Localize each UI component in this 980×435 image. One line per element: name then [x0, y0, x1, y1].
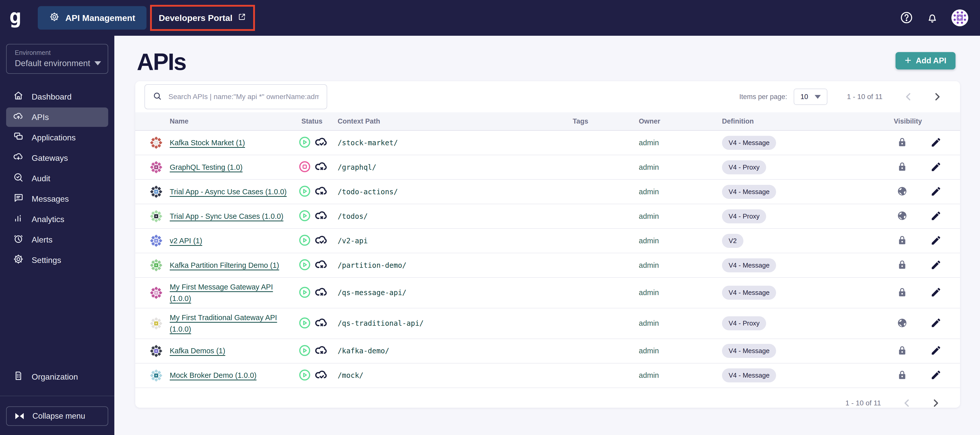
chevron-down-icon	[815, 95, 821, 99]
api-name-cell: Kafka Stock Market (1)	[170, 134, 299, 152]
api-edit-cell	[919, 137, 960, 149]
pagination-range-bottom: 1 - 10 of 11	[845, 399, 881, 407]
api-owner: admin	[636, 261, 719, 269]
sidebar-item-messages[interactable]: Messages	[6, 189, 108, 209]
api-name-link[interactable]: Trial App - Async Use Cases (1.0.0)	[170, 188, 286, 196]
environment-selector[interactable]: Environment Default environment	[6, 44, 108, 74]
chevron-down-icon	[94, 61, 101, 65]
edit-api-button[interactable]	[930, 186, 942, 198]
previous-page-button-bottom[interactable]	[899, 397, 915, 408]
next-page-button[interactable]	[929, 91, 945, 102]
edit-api-button[interactable]	[930, 287, 942, 299]
lock-icon	[897, 287, 907, 299]
api-name-cell: Trial App - Async Use Cases (1.0.0)	[170, 183, 299, 201]
sidebar-item-apis[interactable]: APIs	[6, 107, 108, 127]
sidebar-item-audit[interactable]: Audit	[6, 169, 108, 188]
api-status-cell	[299, 344, 335, 359]
api-name-link[interactable]: Kafka Partition Filtering Demo (1)	[170, 261, 279, 269]
api-visibility	[883, 137, 919, 148]
api-name-cell: GraphQL Testing (1.0)	[170, 158, 299, 177]
status-started-icon	[299, 185, 310, 198]
api-name-cell: Kafka Partition Filtering Demo (1)	[170, 256, 299, 275]
sidebar-item-organization[interactable]: Organization	[6, 367, 108, 387]
page-title: APIs	[137, 48, 186, 75]
items-per-page-select[interactable]: 10	[794, 89, 827, 105]
globe-icon	[897, 210, 907, 222]
sidebar-item-gateways[interactable]: Gateways	[6, 148, 108, 168]
edit-api-button[interactable]	[930, 345, 942, 357]
api-owner: admin	[636, 188, 719, 196]
sidebar-item-dashboard[interactable]: Dashboard	[6, 87, 108, 107]
api-management-button[interactable]: API Management	[38, 6, 146, 30]
api-name-link[interactable]: Mock Broker Demo (1.0.0)	[170, 371, 256, 379]
api-name-link[interactable]: v2 API (1)	[170, 237, 202, 245]
status-started-icon	[299, 136, 310, 149]
api-name-link[interactable]: Kafka Stock Market (1)	[170, 139, 245, 147]
cloud-sync-icon	[315, 135, 328, 150]
api-name-link[interactable]: My First Message Gateway API (1.0.0)	[170, 283, 273, 303]
edit-api-button[interactable]	[930, 137, 942, 149]
sidebar-item-settings[interactable]: Settings	[6, 250, 108, 270]
audit-icon	[13, 172, 24, 185]
api-name-link[interactable]: Kafka Demos (1)	[170, 347, 225, 355]
api-edit-cell	[919, 287, 960, 299]
api-status-cell	[299, 285, 335, 300]
collapse-menu-button[interactable]: Collapse menu	[6, 406, 108, 426]
api-context-path: /qs-traditional-api/	[335, 319, 570, 328]
api-owner: admin	[636, 371, 719, 379]
api-avatar	[150, 137, 170, 149]
search-input[interactable]	[169, 92, 319, 101]
developers-portal-link[interactable]: Developers Portal	[159, 13, 246, 23]
cloud-sync-icon	[315, 368, 328, 383]
previous-page-button[interactable]	[900, 91, 917, 102]
gear-icon	[49, 11, 60, 24]
api-owner: admin	[636, 347, 719, 355]
definition-badge: V4 - Proxy	[722, 316, 766, 330]
api-edit-cell	[919, 259, 960, 272]
api-definition: V4 - Message	[719, 286, 883, 300]
api-status-cell	[299, 160, 335, 175]
table-row: GraphQL Testing (1.0) /graphql/ admin V4…	[135, 155, 960, 180]
sidebar-divider	[0, 396, 115, 396]
add-api-button[interactable]: + Add API	[896, 52, 956, 69]
chevron-right-icon	[932, 91, 943, 102]
api-name-link[interactable]: My First Traditional Gateway API (1.0.0)	[170, 314, 277, 333]
api-context-path: /mock/	[335, 371, 570, 379]
developers-portal-wrap: Developers Portal	[150, 5, 255, 31]
definition-badge: V4 - Message	[722, 286, 776, 300]
api-context-path: /graphql/	[335, 163, 570, 172]
sidebar-item-analytics[interactable]: Analytics	[6, 210, 108, 229]
api-status-cell	[299, 209, 335, 224]
user-avatar[interactable]	[951, 10, 968, 26]
help-button[interactable]	[900, 11, 913, 25]
api-name-link[interactable]: Trial App - Sync Use Cases (1.0.0)	[170, 212, 283, 220]
next-page-button-bottom[interactable]	[928, 397, 944, 408]
items-per-page-value: 10	[800, 93, 808, 101]
api-name-link[interactable]: GraphQL Testing (1.0)	[170, 163, 242, 171]
cloud-out-of-sync-icon	[315, 316, 328, 331]
edit-api-button[interactable]	[930, 210, 942, 223]
table-row: Trial App - Async Use Cases (1.0.0) /tod…	[135, 180, 960, 204]
table-row: My First Traditional Gateway API (1.0.0)…	[135, 308, 960, 339]
sidebar-item-label: Messages	[32, 194, 69, 204]
column-header-context-path: Context Path	[335, 118, 570, 125]
pagination-range: 1 - 10 of 11	[847, 92, 883, 101]
cloud-out-of-sync-icon	[315, 184, 328, 199]
sidebar-item-alerts[interactable]: Alerts	[6, 230, 108, 249]
edit-api-button[interactable]	[930, 259, 942, 272]
table-footer: 1 - 10 of 11	[135, 388, 960, 408]
table-header: NameStatusContext PathTagsOwnerDefinitio…	[135, 112, 960, 131]
notifications-button[interactable]	[926, 11, 939, 25]
sidebar-item-applications[interactable]: Applications	[6, 128, 108, 147]
status-started-icon	[299, 287, 310, 299]
column-header-visibility: Visibility	[883, 118, 919, 125]
api-status-cell	[299, 135, 335, 150]
toolbar-right: Items per page: 10 1 - 10 of 11	[739, 89, 945, 105]
edit-api-button[interactable]	[930, 234, 942, 247]
search-icon	[153, 91, 162, 102]
pencil-icon	[930, 243, 942, 247]
edit-api-button[interactable]	[930, 317, 942, 330]
edit-api-button[interactable]	[930, 161, 942, 174]
edit-api-button[interactable]	[930, 369, 942, 382]
api-definition: V4 - Proxy	[719, 316, 883, 330]
